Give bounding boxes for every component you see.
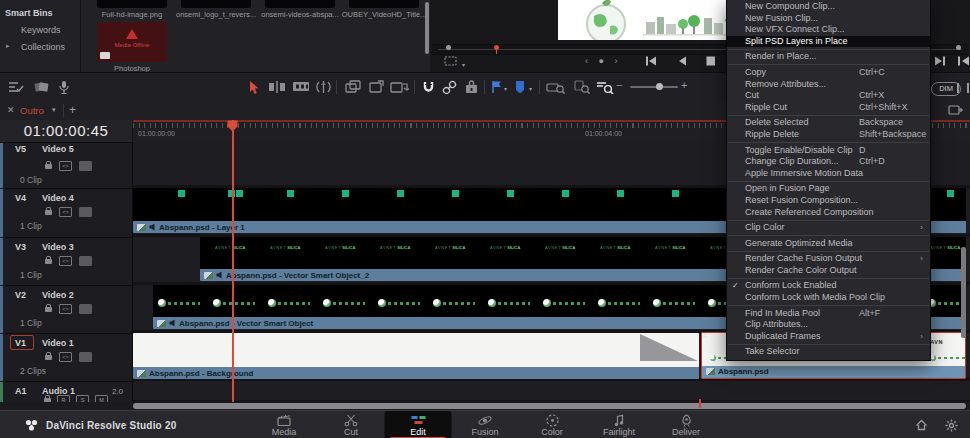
scrub-handle[interactable] — [446, 45, 451, 50]
link-clips-icon[interactable] — [442, 80, 457, 95]
track-auto-select-icon[interactable] — [79, 161, 92, 171]
viewer-transform-icon[interactable] — [444, 55, 458, 67]
media-thumbnail[interactable] — [349, 0, 419, 8]
keyframe-marker[interactable] — [178, 190, 185, 197]
zoom-detail-icon[interactable] — [573, 80, 591, 94]
context-menu-item[interactable]: Create Referenced Composition — [727, 207, 930, 219]
chevron-right-icon[interactable]: ▸ — [6, 42, 10, 50]
selection-mode-icon[interactable] — [248, 80, 260, 95]
page-tab-color[interactable]: Color — [519, 411, 586, 438]
context-menu-item[interactable]: Take Selector — [727, 346, 930, 358]
keyframe-marker[interactable] — [342, 190, 349, 197]
track-auto-select-icon[interactable]: <> — [59, 161, 72, 171]
track-auto-select-icon[interactable] — [79, 352, 92, 362]
track-header-a1[interactable]: A1Audio 12.0RSM — [0, 381, 132, 403]
marker-icon[interactable] — [514, 80, 526, 94]
page-tab-edit[interactable]: Edit — [385, 411, 452, 438]
sidebar-item-keywords[interactable]: Keywords — [21, 25, 61, 35]
step-back-button[interactable] — [676, 55, 688, 67]
track-auto-select-icon[interactable] — [79, 304, 92, 314]
keyframe-marker[interactable] — [507, 190, 514, 197]
context-menu-item[interactable]: CutCtrl+X — [727, 90, 930, 102]
context-menu-item[interactable]: New Fusion Clip... — [727, 13, 930, 25]
chevron-down-icon[interactable]: ▾ — [529, 85, 532, 92]
context-menu-item[interactable]: Apple Immersive Motion Data — [727, 168, 930, 180]
dynamic-trim-icon[interactable] — [315, 80, 332, 94]
project-home-icon[interactable] — [915, 419, 928, 431]
insert-clip-icon[interactable] — [344, 80, 362, 94]
context-menu-item[interactable]: Clip Color› — [727, 222, 930, 234]
sidebar-item-smart-bins[interactable]: Smart Bins — [5, 8, 53, 18]
trim-edit-mode-icon[interactable] — [268, 80, 286, 94]
stop-button[interactable] — [705, 55, 716, 67]
context-menu-item[interactable]: Clip Attributes... — [727, 319, 930, 331]
timeline-clip-v1-background[interactable]: Abspann.psd - Background — [133, 333, 699, 379]
keyframe-marker[interactable] — [287, 190, 294, 197]
context-menu-item[interactable]: Reset Fusion Composition... — [727, 195, 930, 207]
media-thumbnail[interactable] — [97, 0, 167, 8]
keyframe-marker[interactable] — [617, 190, 624, 197]
media-thumbnail[interactable] — [265, 0, 335, 8]
track-header-v2[interactable]: V2Video 2<>1 Clip — [0, 285, 132, 334]
replace-clip-icon[interactable] — [390, 80, 409, 94]
context-menu-item[interactable]: Remove Attributes... — [727, 79, 930, 91]
pause-icon[interactable] — [957, 83, 969, 93]
keyframe-marker[interactable] — [672, 190, 679, 197]
track-auto-select-icon[interactable] — [79, 256, 92, 266]
context-menu-item[interactable]: Split PSD Layers in Place — [727, 36, 930, 48]
page-tab-media[interactable]: Media — [251, 411, 318, 438]
keyframe-marker[interactable] — [947, 190, 954, 197]
play-to-end-button[interactable] — [933, 55, 947, 67]
zoom-slider-handle[interactable] — [656, 83, 663, 90]
loop-button[interactable] — [957, 55, 970, 67]
timeline-horizontal-scrollbar[interactable] — [133, 403, 966, 409]
timeline-lane-a1[interactable] — [133, 381, 970, 400]
keyframe-marker[interactable] — [397, 190, 404, 197]
timeline-vertical-scrollbar[interactable] — [961, 247, 966, 338]
media-thumbnail[interactable] — [181, 0, 251, 8]
position-lock-icon[interactable] — [464, 80, 479, 94]
jog-control[interactable]: ‹ ● › — [585, 56, 621, 66]
track-auto-select-icon[interactable]: <> — [59, 304, 72, 314]
context-menu-item[interactable]: Open in Fusion Page — [727, 183, 930, 195]
zoom-in-button[interactable]: + — [681, 79, 687, 91]
context-menu-item[interactable]: Duplicated Frames› — [727, 331, 930, 343]
context-menu-item[interactable]: Render in Place... — [727, 51, 930, 63]
flag-icon[interactable] — [491, 80, 502, 94]
context-menu-item[interactable]: Delete SelectedBackspace — [727, 117, 930, 129]
context-menu-item[interactable]: Find In Media PoolAlt+F — [727, 308, 930, 320]
close-tab-icon[interactable]: ✕ — [7, 105, 15, 115]
chevron-down-icon[interactable]: ▾ — [462, 61, 465, 68]
context-menu-item[interactable]: New VFX Connect Clip... — [727, 24, 930, 36]
stacked-timelines-icon[interactable] — [33, 80, 51, 94]
track-lock-icon[interactable] — [45, 259, 52, 264]
context-menu-item[interactable]: Ripple DeleteShift+Backspace — [727, 129, 930, 141]
razor-edit-icon[interactable] — [292, 80, 310, 93]
keyframe-marker[interactable] — [452, 190, 459, 197]
timeline-tab[interactable]: Outro — [20, 105, 44, 116]
track-auto-select-icon[interactable] — [79, 207, 92, 217]
page-tab-fusion[interactable]: Fusion — [452, 411, 519, 438]
page-tab-deliver[interactable]: Deliver — [653, 411, 720, 438]
overwrite-clip-icon[interactable] — [368, 80, 385, 94]
playhead-marker[interactable] — [227, 120, 238, 132]
media-offline-thumbnail[interactable]: Media Offline — [97, 22, 167, 62]
playhead[interactable] — [232, 120, 234, 402]
zoom-full-extent-icon[interactable] — [546, 80, 566, 94]
context-menu-item[interactable]: CopyCtrl+C — [727, 67, 930, 79]
track-header-v5[interactable]: V5Video 5<>0 Clip — [0, 142, 132, 189]
track-lock-icon[interactable] — [45, 210, 52, 215]
track-auto-select-icon[interactable]: <> — [59, 256, 72, 266]
keyframe-marker[interactable] — [562, 190, 569, 197]
context-menu-item[interactable]: Toggle Enable/Disable ClipD — [727, 145, 930, 157]
context-menu-item[interactable]: Change Clip Duration...Ctrl+D — [727, 156, 930, 168]
keyframe-marker[interactable] — [236, 190, 243, 197]
voiceover-mic-icon[interactable] — [58, 80, 70, 95]
scrub-handle[interactable] — [956, 45, 961, 50]
goto-start-button[interactable] — [644, 55, 658, 67]
chevron-down-icon[interactable]: ▾ — [52, 106, 56, 114]
context-menu-item[interactable]: Conform Lock with Media Pool Clip — [727, 292, 930, 304]
page-tab-cut[interactable]: Cut — [318, 411, 385, 438]
track-header-v4[interactable]: V4Video 4<>1 Clip — [0, 188, 132, 238]
zoom-custom-icon[interactable] — [596, 80, 614, 94]
